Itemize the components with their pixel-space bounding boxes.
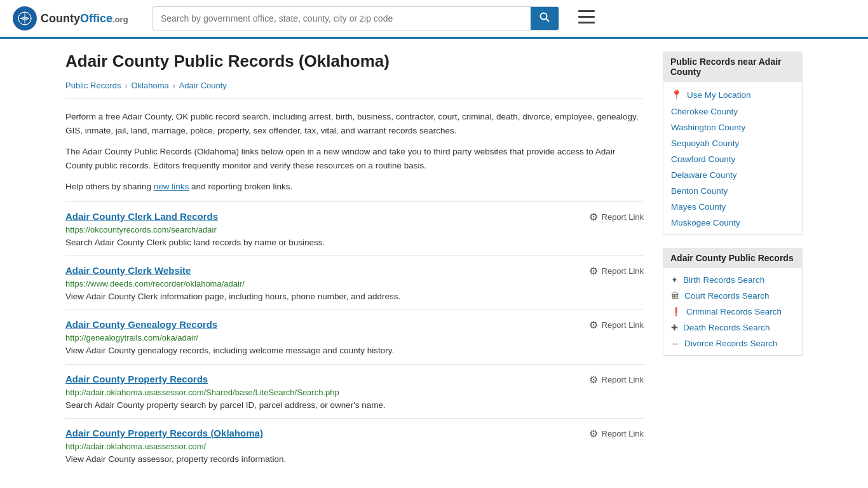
svg-line-5 [546, 19, 550, 22]
public-records-section: Adair County Public Records ✦ Birth Reco… [663, 248, 803, 356]
sidebar-public-record-0[interactable]: ✦ Birth Records Search [663, 272, 802, 288]
breadcrumb: Public Records › Oklahoma › Adair County [65, 81, 644, 98]
public-record-icon-3: ✚ [671, 323, 678, 332]
report-link-label-4: Report Link [602, 429, 644, 438]
public-record-link-4[interactable]: Divorce Records Search [684, 339, 777, 348]
report-link-label-2: Report Link [602, 320, 644, 330]
nearby-county-link-6[interactable]: Mayes County [671, 202, 726, 212]
public-record-link-3[interactable]: Death Records Search [683, 323, 770, 332]
public-records-body: ✦ Birth Records Search 🏛 Court Records S… [663, 268, 803, 356]
record-item: Adair County Genealogy Records ⚙ Report … [65, 309, 644, 363]
sidebar-nearby-county-0[interactable]: Cherokee County [663, 104, 802, 119]
nearby-title: Public Records near Adair County [663, 51, 803, 82]
sidebar-nearby-county-7[interactable]: Muskogee County [663, 215, 802, 231]
logo-text-area: CountyOffice.org [41, 12, 128, 25]
nearby-county-link-5[interactable]: Benton County [671, 186, 728, 196]
public-record-icon-2: ❗ [671, 307, 681, 316]
search-bar [153, 6, 559, 30]
sidebar-nearby-county-4[interactable]: Delaware County [663, 167, 802, 183]
record-item: Adair County Property Records (Oklahoma)… [65, 418, 644, 472]
record-url-4: http://adair.oklahoma.usassessor.com/ [65, 442, 644, 451]
breadcrumb-public-records[interactable]: Public Records [65, 81, 121, 90]
public-record-icon-0: ✦ [671, 275, 678, 285]
page-title: Adair County Public Records (Oklahoma) [65, 51, 644, 71]
nearby-county-link-7[interactable]: Muskogee County [671, 218, 740, 227]
nearby-county-link-0[interactable]: Cherokee County [671, 107, 738, 116]
intro-paragraph-3: Help others by sharing new links and rep… [65, 180, 644, 194]
sidebar-nearby-county-6[interactable]: Mayes County [663, 199, 802, 215]
record-desc-3: Search Adair County property search by p… [65, 399, 644, 412]
record-desc-2: View Adair County genealogy records, inc… [65, 344, 644, 357]
report-link-label-3: Report Link [602, 375, 644, 384]
sidebar-public-record-2[interactable]: ❗ Criminal Records Search [663, 304, 802, 320]
svg-point-4 [541, 13, 547, 20]
public-record-icon-4: ↔ [671, 339, 679, 348]
search-input[interactable] [153, 8, 531, 29]
new-links-link[interactable]: new links [154, 182, 189, 191]
record-item: Adair County Property Records ⚙ Report L… [65, 364, 644, 418]
menu-button[interactable] [578, 10, 595, 27]
report-link-btn-2[interactable]: ⚙ Report Link [589, 319, 644, 331]
nearby-county-link-1[interactable]: Washington County [671, 123, 745, 132]
public-record-link-1[interactable]: Court Records Search [684, 291, 770, 301]
svg-rect-7 [578, 16, 595, 18]
record-url-1: https://www.deeds.com/recorder/oklahoma/… [65, 279, 644, 288]
public-records-list: ✦ Birth Records Search 🏛 Court Records S… [663, 272, 802, 351]
record-item: Adair County Clerk Website ⚙ Report Link… [65, 255, 644, 309]
nearby-counties-list: Cherokee CountyWashington CountySequoyah… [663, 104, 802, 231]
record-desc-4: View Adair County assessor, property rec… [65, 453, 644, 466]
public-record-link-2[interactable]: Criminal Records Search [686, 307, 782, 316]
record-url-2: http://genealogytrails.com/oka/adair/ [65, 333, 644, 342]
broken-link-icon-3: ⚙ [589, 374, 598, 386]
intro-paragraph-2: The Adair County Public Records (Oklahom… [65, 145, 644, 172]
public-records-title: Adair County Public Records [663, 248, 803, 268]
record-url-3: http://adair.oklahoma.usassessor.com/Sha… [65, 388, 644, 397]
sidebar-nearby-county-3[interactable]: Crawford County [663, 151, 802, 167]
record-title-4[interactable]: Adair County Property Records (Oklahoma) [65, 428, 263, 438]
record-title-3[interactable]: Adair County Property Records [65, 374, 208, 384]
breadcrumb-sep-2: › [173, 81, 175, 90]
broken-link-icon-1: ⚙ [589, 265, 598, 277]
nearby-county-link-2[interactable]: Sequoyah County [671, 139, 739, 148]
public-record-icon-1: 🏛 [671, 291, 679, 301]
breadcrumb-sep-1: › [125, 81, 127, 90]
breadcrumb-adair-county[interactable]: Adair County [179, 81, 227, 90]
nearby-county-link-4[interactable]: Delaware County [671, 170, 737, 180]
report-link-btn-0[interactable]: ⚙ Report Link [589, 211, 644, 223]
record-url-0: https://okcountyrecords.com/search/adair [65, 225, 644, 234]
report-link-label-0: Report Link [602, 212, 644, 222]
broken-link-icon-4: ⚙ [589, 428, 598, 440]
intro-paragraph-1: Perform a free Adair County, OK public r… [65, 110, 644, 137]
sidebar-nearby-county-5[interactable]: Benton County [663, 183, 802, 199]
sidebar-public-record-4[interactable]: ↔ Divorce Records Search [663, 336, 802, 351]
report-link-label-1: Report Link [602, 266, 644, 276]
sidebar-nearby-county-1[interactable]: Washington County [663, 119, 802, 135]
logo-icon [13, 6, 37, 30]
report-link-btn-3[interactable]: ⚙ Report Link [589, 374, 644, 386]
use-my-location: 📍 Use My Location [663, 86, 802, 104]
report-link-btn-4[interactable]: ⚙ Report Link [589, 428, 644, 440]
record-title-0[interactable]: Adair County Clerk Land Records [65, 211, 218, 222]
broken-link-icon-0: ⚙ [589, 211, 598, 223]
broken-link-icon-2: ⚙ [589, 319, 598, 331]
sidebar-nearby-county-2[interactable]: Sequoyah County [663, 135, 802, 151]
sidebar-public-record-1[interactable]: 🏛 Court Records Search [663, 288, 802, 304]
record-desc-1: View Adair County Clerk information page… [65, 290, 644, 303]
logo-area: CountyOffice.org [13, 6, 140, 30]
record-item: Adair County Clerk Land Records ⚙ Report… [65, 201, 644, 255]
nearby-county-link-3[interactable]: Crawford County [671, 154, 735, 164]
sidebar: Public Records near Adair County 📍 Use M… [663, 51, 803, 472]
report-link-btn-1[interactable]: ⚙ Report Link [589, 265, 644, 277]
nearby-section: Public Records near Adair County 📍 Use M… [663, 51, 803, 235]
breadcrumb-oklahoma[interactable]: Oklahoma [131, 81, 168, 90]
record-title-2[interactable]: Adair County Genealogy Records [65, 319, 217, 330]
record-title-1[interactable]: Adair County Clerk Website [65, 265, 191, 276]
use-my-location-link[interactable]: Use My Location [687, 90, 751, 100]
location-icon: 📍 [671, 90, 682, 100]
svg-rect-8 [578, 22, 595, 24]
public-record-link-0[interactable]: Birth Records Search [683, 275, 764, 285]
records-list: Adair County Clerk Land Records ⚙ Report… [65, 201, 644, 472]
sidebar-public-record-3[interactable]: ✚ Death Records Search [663, 320, 802, 336]
search-button[interactable] [531, 7, 559, 30]
nearby-body: 📍 Use My Location Cherokee CountyWashing… [663, 82, 803, 235]
